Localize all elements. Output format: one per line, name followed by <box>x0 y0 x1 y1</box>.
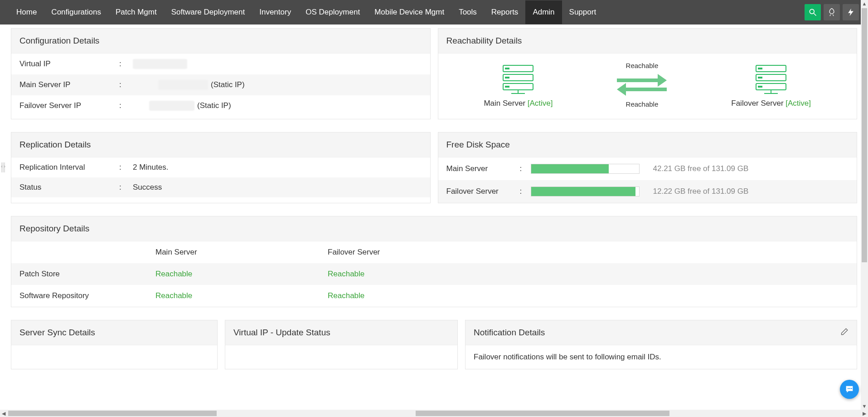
lightning-icon <box>846 8 855 17</box>
free-disk-space-panel: Free Disk Space Main Server : 42.21 GB f… <box>438 132 858 203</box>
server-icon <box>502 64 534 94</box>
nav-inventory[interactable]: Inventory <box>252 0 298 24</box>
svg-point-18 <box>848 388 849 389</box>
left-drawer-handle[interactable] <box>0 159 6 176</box>
reachability-details-panel: Reachability Details Main Server [Active… <box>438 28 858 119</box>
bidirectional-arrow-icon <box>617 72 667 98</box>
nav-software-deployment[interactable]: Software Deployment <box>164 0 252 24</box>
panel-header: Server Sync Details <box>11 320 217 345</box>
label-failover-server-ip: Failover Server IP <box>19 101 119 110</box>
main-ip-suffix: (Static IP) <box>211 80 245 89</box>
scroll-down-arrow[interactable]: ▼ <box>862 402 867 410</box>
edit-icon <box>840 327 849 336</box>
svg-rect-3 <box>505 68 509 69</box>
search-icon <box>808 8 817 17</box>
repo-col-main: Main Server <box>155 248 328 257</box>
reachable-top-label: Reachable <box>626 62 659 69</box>
panel-header: Repository Details <box>11 216 857 241</box>
label-virtual-ip: Virtual IP <box>19 59 119 69</box>
main-server-label: Main Server [Active] <box>484 99 553 108</box>
failover-server-label: Failover Server [Active] <box>731 99 811 108</box>
nav-home[interactable]: Home <box>9 0 44 24</box>
panel-header: Replication Details <box>11 132 430 157</box>
edit-notification-button[interactable] <box>840 327 849 338</box>
label-main-server-ip: Main Server IP <box>19 80 119 89</box>
top-nav-bar: Home Configurations Patch Mgmt Software … <box>0 0 868 25</box>
svg-rect-15 <box>758 86 762 88</box>
repo-patch-failover: Reachable <box>328 270 849 279</box>
chat-fab[interactable] <box>840 380 859 399</box>
nav-admin[interactable]: Admin <box>525 0 562 24</box>
quick-launch-button[interactable] <box>824 4 840 20</box>
scroll-left-arrow[interactable]: ◀ <box>0 411 7 417</box>
v-scroll-thumb[interactable] <box>862 8 867 262</box>
nav-reports[interactable]: Reports <box>484 0 526 24</box>
disk-main-info: 42.21 GB free of 131.09 GB <box>653 164 749 173</box>
value-replication-interval: 2 Minutes. <box>133 163 168 172</box>
nav-patch-mgmt[interactable]: Patch Mgmt <box>108 0 164 24</box>
svg-rect-13 <box>758 77 762 78</box>
panel-header: Notification Details <box>466 320 857 345</box>
svg-point-20 <box>851 388 852 389</box>
value-replication-status: Success <box>133 183 162 192</box>
svg-point-19 <box>849 388 850 389</box>
nav-mobile-device-mgmt[interactable]: Mobile Device Mgmt <box>367 0 451 24</box>
value-failover-server-ip <box>149 101 194 111</box>
scroll-up-arrow[interactable]: ▲ <box>862 0 867 7</box>
panel-header: Virtual IP - Update Status <box>225 320 457 345</box>
repo-software-failover: Reachable <box>328 291 849 300</box>
reachable-bottom-label: Reachable <box>626 100 659 108</box>
actions-button[interactable] <box>843 4 859 20</box>
svg-rect-5 <box>505 77 509 78</box>
repo-patch-main: Reachable <box>155 270 328 279</box>
panel-header: Configuration Details <box>11 29 430 54</box>
disk-failover-label: Failover Server <box>446 187 514 196</box>
failover-ip-suffix: (Static IP) <box>197 101 231 110</box>
disk-failover-info: 12.22 GB free of 131.09 GB <box>653 187 749 196</box>
nav-os-deployment[interactable]: OS Deployment <box>298 0 367 24</box>
label-replication-interval: Replication Interval <box>19 163 119 172</box>
vertical-scrollbar[interactable]: ▲ ▼ <box>861 0 868 410</box>
panel-header: Reachability Details <box>438 29 857 54</box>
repository-details-panel: Repository Details Main Server Failover … <box>11 216 857 307</box>
value-virtual-ip <box>133 59 187 69</box>
main-nav: Home Configurations Patch Mgmt Software … <box>9 0 603 24</box>
horizontal-scrollbar[interactable]: ◀ ▶ <box>0 410 868 417</box>
h-scroll-thumb-2[interactable] <box>416 411 669 416</box>
disk-main-bar <box>531 164 640 174</box>
search-button[interactable] <box>805 4 821 20</box>
notification-details-panel: Notification Details Failover notificati… <box>465 320 857 369</box>
notification-body-text: Failover notifications will be sent to f… <box>466 345 857 369</box>
value-main-server-ip <box>158 80 208 90</box>
disk-main-label: Main Server <box>446 164 514 173</box>
replication-details-panel: Replication Details Replication Interval… <box>11 132 431 203</box>
svg-point-0 <box>810 9 814 14</box>
nav-configurations[interactable]: Configurations <box>44 0 108 24</box>
nav-support[interactable]: Support <box>562 0 604 24</box>
scroll-right-arrow[interactable]: ▶ <box>861 411 868 417</box>
server-sync-details-panel: Server Sync Details <box>11 320 218 369</box>
svg-rect-7 <box>505 86 509 88</box>
h-scroll-thumb-1[interactable] <box>8 411 217 416</box>
nav-tools[interactable]: Tools <box>451 0 484 24</box>
repo-software-main: Reachable <box>155 291 328 300</box>
panel-header: Free Disk Space <box>438 132 857 157</box>
configuration-details-panel: Configuration Details Virtual IP : Main … <box>11 28 431 119</box>
label-replication-status: Status <box>19 183 119 192</box>
rocket-icon <box>827 8 836 17</box>
disk-failover-bar <box>531 186 640 196</box>
repo-row-software-repo: Software Repository <box>19 291 155 300</box>
svg-rect-11 <box>758 68 762 69</box>
server-icon <box>755 64 787 94</box>
svg-line-1 <box>814 14 816 16</box>
repo-col-failover: Failover Server <box>328 248 849 257</box>
chat-icon <box>844 384 854 394</box>
virtual-ip-update-status-panel: Virtual IP - Update Status <box>225 320 458 369</box>
repo-row-patch-store: Patch Store <box>19 270 155 279</box>
